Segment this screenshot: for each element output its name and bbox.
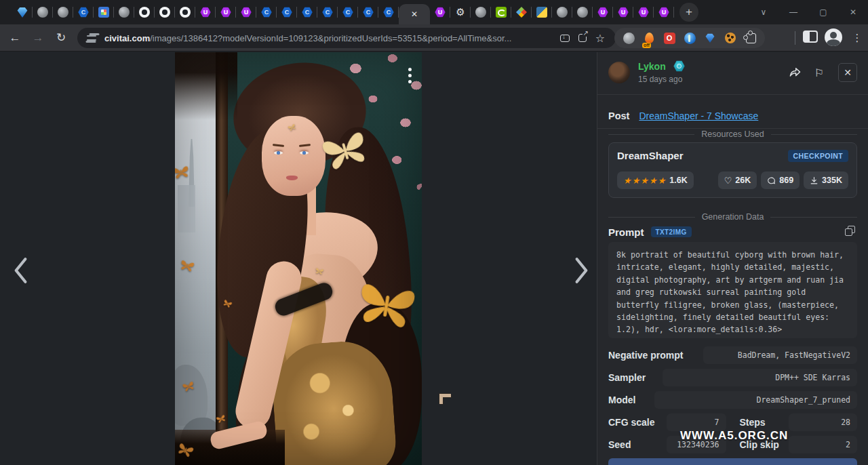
browser-tab[interactable]: U <box>593 0 613 24</box>
side-panel-icon[interactable] <box>803 31 818 43</box>
field-value: 2 <box>789 436 858 453</box>
bottom-action-button[interactable] <box>608 458 857 465</box>
browser-tab[interactable]: U <box>195 0 216 24</box>
txt2img-badge[interactable]: TXT2IMG <box>651 226 692 237</box>
browser-tab[interactable] <box>572 0 593 24</box>
browser-tab[interactable]: U <box>613 0 633 24</box>
browser-tab[interactable]: C <box>378 0 399 24</box>
browser-tab[interactable] <box>511 0 532 24</box>
resource-card[interactable]: DreamShaper CHECKPOINT ★★★★★ 1.6K ♡26K 8… <box>608 142 857 198</box>
post-label: Post <box>608 110 629 121</box>
tab-favicon-gear: ⚙ <box>455 7 466 18</box>
tab-favicon-uhex: U <box>597 7 608 18</box>
extensions-puzzle-icon[interactable] <box>742 29 760 47</box>
browser-tab[interactable]: U <box>236 0 256 24</box>
post-row: Post DreamShaper - 7 Showcase <box>608 104 857 128</box>
browser-tab[interactable] <box>94 0 114 24</box>
browser-tab[interactable] <box>53 0 73 24</box>
hearts-pill[interactable]: ♡26K <box>718 171 757 189</box>
comments-pill[interactable]: 869 <box>761 171 800 189</box>
browser-tab[interactable]: C <box>277 0 297 24</box>
field-value: DPM++ SDE Karras <box>663 369 857 386</box>
image-options-menu[interactable] <box>403 60 416 90</box>
username[interactable]: Lykon <box>638 61 666 72</box>
browser-tab[interactable]: U <box>654 0 674 24</box>
field-label: Clip skip <box>740 439 782 450</box>
browser-tab[interactable]: C <box>338 0 358 24</box>
rating-count: 1.6K <box>669 176 687 185</box>
browser-tab[interactable]: C <box>73 0 94 24</box>
field-label: Sampler <box>608 372 663 383</box>
browser-tab[interactable] <box>471 0 491 24</box>
tab-favicon-globe <box>557 7 568 18</box>
install-app-icon[interactable] <box>556 29 574 47</box>
browser-tab[interactable]: U <box>430 0 450 24</box>
forward-button[interactable]: → <box>27 27 49 49</box>
bookmark-star-icon[interactable]: ☆ <box>591 29 609 47</box>
browser-tab[interactable] <box>552 0 572 24</box>
prev-image-button[interactable] <box>5 252 35 290</box>
next-image-button[interactable] <box>567 252 597 290</box>
extension-cookie-icon[interactable] <box>722 29 739 47</box>
image-viewer <box>0 52 597 465</box>
close-sidebar-button[interactable]: ✕ <box>838 63 857 82</box>
prompt-text: 8k portrait of beautiful cyborg with bro… <box>608 242 857 338</box>
user-avatar[interactable] <box>608 62 630 83</box>
cfg-steps-row: CFG scale7 Steps28 <box>608 413 857 431</box>
browser-menu-icon[interactable]: ⋮ <box>850 30 864 46</box>
window-menu-icon[interactable]: ∨ <box>749 0 778 24</box>
browser-tab[interactable] <box>532 0 552 24</box>
heart-icon: ♡ <box>724 176 732 186</box>
browser-tab[interactable]: ⚙ <box>450 0 471 24</box>
seed-clip-row: Seed132340236 Clip skip2 <box>608 436 857 453</box>
address-bar[interactable]: civitai.com/images/1386412?modelVersionI… <box>77 28 616 48</box>
active-tab[interactable]: ✕ <box>399 4 430 24</box>
extension-flame-icon[interactable]: off <box>640 29 658 47</box>
browser-tab[interactable] <box>155 0 175 24</box>
browser-tab[interactable] <box>175 0 195 24</box>
window-restore-icon[interactable]: ▢ <box>808 0 838 24</box>
generated-image[interactable] <box>175 52 422 465</box>
tab-favicon-civitai: C <box>322 7 333 18</box>
tab-favicon-civitai: C <box>78 7 89 18</box>
copy-prompt-button[interactable] <box>845 226 857 238</box>
extension-o-icon[interactable]: O <box>660 29 678 47</box>
window-minimize-icon[interactable]: — <box>778 0 808 24</box>
field-label: Negative prompt <box>608 350 703 361</box>
browser-tab[interactable] <box>114 0 134 24</box>
tab-favicon-globe <box>58 7 68 18</box>
extension-diamond-icon[interactable] <box>701 29 719 47</box>
browser-tab[interactable] <box>33 0 53 24</box>
browser-tab[interactable]: C <box>256 0 277 24</box>
site-info-icon[interactable] <box>87 33 98 43</box>
browser-tab[interactable]: C <box>297 0 317 24</box>
extension-earth-icon[interactable] <box>681 29 698 47</box>
downloads-pill[interactable]: 335K <box>804 171 848 189</box>
extension-globe-icon[interactable] <box>620 29 637 47</box>
report-flag-icon[interactable]: ⚐ <box>810 63 829 82</box>
browser-tab[interactable]: U <box>633 0 654 24</box>
rating-pill[interactable]: ★★★★★ 1.6K <box>617 171 694 189</box>
model-row: Model DreamShaper_7_pruned <box>608 391 857 409</box>
reload-button[interactable]: ↻ <box>50 27 72 49</box>
browser-tab[interactable]: U <box>216 0 236 24</box>
negative-prompt-row: Negative prompt BadDream, FastNegativeV2 <box>608 346 857 364</box>
new-tab-button[interactable]: + <box>679 3 698 22</box>
browser-tab-bar: CUUUCCCCCCC ✕ U⚙UUUU + ∨ — ▢ ✕ <box>0 0 868 24</box>
profile-avatar[interactable] <box>825 28 842 46</box>
window-close-icon[interactable]: ✕ <box>838 0 868 24</box>
browser-toolbar: ← → ↻ civitai.com/images/1386412?modelVe… <box>0 24 868 52</box>
browser-tab[interactable]: C <box>358 0 378 24</box>
post-link[interactable]: DreamShaper - 7 Showcase <box>639 110 758 121</box>
browser-tab[interactable] <box>134 0 155 24</box>
share-page-icon[interactable] <box>574 29 591 47</box>
browser-tab[interactable] <box>491 0 511 24</box>
tab-favicon-uhex: U <box>618 7 629 18</box>
share-icon[interactable] <box>785 63 804 82</box>
back-button[interactable]: ← <box>4 27 26 49</box>
tab-close-icon[interactable]: ✕ <box>411 9 418 19</box>
toolbar-divider <box>795 31 795 45</box>
browser-tab[interactable]: C <box>317 0 338 24</box>
browser-tab[interactable] <box>12 0 33 24</box>
field-value: 7 <box>667 413 726 431</box>
